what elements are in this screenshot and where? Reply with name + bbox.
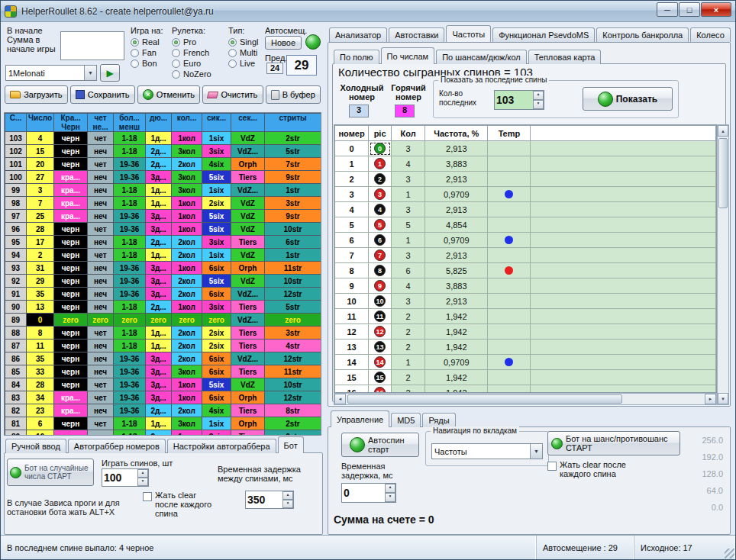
frequency-row[interactable]: 121221,942	[335, 324, 716, 340]
chevron-down-icon[interactable]: ▼	[84, 66, 96, 80]
frequency-row[interactable]: 8865,825	[335, 263, 716, 278]
left-bottom-tab[interactable]: Бот	[278, 436, 304, 453]
main-tab[interactable]: Функционал PsevdoMS	[492, 27, 595, 42]
frequency-row[interactable]: 3310,9709	[335, 187, 716, 202]
history-row[interactable]: 8533черннеч19-363д...3кол6sixTiers11str	[5, 365, 321, 378]
game-radio-real[interactable]: Real	[131, 37, 160, 47]
random-bot-start-button[interactable]: Бот на случайные числа СТАРТ	[7, 459, 94, 486]
history-row[interactable]: 9628чернчет19-363д...1кол5sixVdZ10str	[5, 223, 321, 236]
scroll-left-icon[interactable]: ◄	[334, 394, 346, 404]
frequency-row[interactable]: 161621,942	[335, 385, 716, 394]
history-row[interactable]: 987кра...неч1-181д...1кол2sixVdZ3str	[5, 197, 321, 210]
spinner-down-icon[interactable]: ▼	[385, 493, 395, 502]
profile-play-button[interactable]: ▶	[100, 64, 120, 82]
toolbar-save-button[interactable]: Сохранить	[70, 85, 135, 104]
history-row[interactable]: 8334кра...чет19-363д...1кол6sixOrph12str	[5, 391, 321, 404]
history-row[interactable]: 888чернчет1-181д...2кол2sixTiers3str	[5, 327, 321, 340]
history-row[interactable]: 10120чернчет19-362д...2кол4sixOrph7str	[5, 158, 321, 171]
scroll-down-icon[interactable]: ▼	[718, 393, 728, 404]
profile-combobox[interactable]: 1Melonati ▼	[5, 65, 97, 81]
right-clear-after-spin-checkbox[interactable]	[547, 462, 557, 471]
history-row[interactable]: 9331черннеч19-363д...1кол6sixOrph11str	[5, 262, 321, 275]
history-row[interactable]: 8223кра...неч19-362д...2кол4sixTiers8str	[5, 404, 321, 417]
autoshift-new-button[interactable]: Новое	[265, 36, 302, 50]
scroll-up-icon[interactable]: ▲	[718, 125, 728, 137]
vertical-scroll-thumb[interactable]	[718, 138, 728, 208]
frequency-row[interactable]: 111121,942	[335, 309, 716, 324]
sub-tab[interactable]: По полю	[334, 50, 379, 64]
left-clear-after-spin-checkbox[interactable]	[143, 492, 152, 501]
frequency-row[interactable]: 1143,883	[335, 156, 716, 172]
sub-tab[interactable]: По шансам/дюж/кол	[436, 50, 527, 64]
toolbar-eraser-button[interactable]: Очистить	[202, 85, 263, 104]
history-row[interactable]: 942чернчет1-181д...2кол1sixVdZ1str	[5, 249, 321, 262]
last-count-spinner[interactable]: 103 ▲▼	[494, 90, 544, 110]
horizontal-scrollbar[interactable]: ◄ ►	[334, 393, 717, 405]
game-radio-bon[interactable]: Bon	[131, 58, 160, 69]
roulette-radio-pro[interactable]: Pro	[172, 37, 211, 47]
main-tab[interactable]: Колесо	[690, 27, 731, 42]
frequency-row[interactable]: 141410,9709	[335, 355, 716, 370]
minimize-button[interactable]: ─	[657, 2, 678, 17]
history-row[interactable]: 8711черннеч1-181д...2кол2sixTiers4str	[5, 340, 321, 352]
scroll-right-icon[interactable]: ►	[705, 394, 716, 404]
roulette-radio-french[interactable]: French	[172, 47, 211, 58]
roulette-radio-euro[interactable]: Euro	[172, 58, 211, 69]
sub-tab[interactable]: По числам	[381, 47, 435, 64]
left-bottom-tab[interactable]: Настройки автограббера	[167, 439, 276, 453]
spinner-down-icon[interactable]: ▼	[137, 478, 148, 486]
frequency-row[interactable]: 5554,854	[335, 217, 716, 233]
roulette-radio-nozero[interactable]: NoZero	[172, 69, 211, 79]
history-row[interactable]: 9229черннеч19-363д...2кол5sixVdZ10str	[5, 275, 321, 288]
left-bottom-tab[interactable]: Автограббер номеров	[68, 439, 166, 453]
spinner-down-icon[interactable]: ▼	[282, 500, 293, 508]
frequency-row[interactable]: 4432,913	[335, 202, 716, 217]
spinner-up-icon[interactable]: ▲	[533, 91, 544, 100]
toolbar-clipboard-button[interactable]: В буфер	[266, 85, 321, 104]
history-row[interactable]: 9013черннеч1-182д...1кол3sixTiers5str	[5, 301, 321, 314]
frequency-row[interactable]: 9943,883	[335, 278, 716, 294]
control-tab[interactable]: Ряды	[422, 413, 455, 427]
history-row[interactable]: 816чернчет1-181д...3кол1sixOrph2str	[5, 417, 321, 430]
vertical-scrollbar[interactable]: ▲ ▼	[717, 124, 729, 405]
history-row[interactable]: 8635черннеч19-363д...2кол6sixVdZ...12str	[5, 352, 321, 365]
main-tab[interactable]: Автоставки	[389, 27, 444, 42]
type-radio-multi[interactable]: Multi	[228, 47, 258, 58]
resize-grip[interactable]	[725, 549, 734, 558]
frequency-row[interactable]: 7732,913	[335, 248, 716, 263]
play-spins-spinner[interactable]: 100 ▲▼	[102, 468, 149, 487]
left-bottom-tab[interactable]: Ручной ввод	[5, 439, 66, 453]
spinner-up-icon[interactable]: ▲	[385, 484, 395, 493]
game-radio-fan[interactable]: Fan	[131, 47, 160, 58]
spinner-up-icon[interactable]: ▲	[137, 469, 148, 478]
frequency-row[interactable]: 151521,942	[335, 370, 716, 385]
main-tab[interactable]: Частоты	[446, 25, 491, 42]
spinner-up-icon[interactable]: ▲	[282, 491, 293, 500]
toolbar-cancel-button[interactable]: ×Отменить	[137, 85, 201, 104]
frequency-row[interactable]: 0032,913	[335, 141, 716, 156]
history-row[interactable]: 9517черннеч1-182д...2кол3sixTiers6str	[5, 236, 321, 249]
type-radio-live[interactable]: Live	[228, 58, 258, 69]
type-radio-singl[interactable]: Singl	[228, 37, 258, 47]
main-tab[interactable]: Анализатор	[329, 27, 387, 42]
history-row[interactable]: 993кра...неч1-181д...3кол1sixVdZ...1str	[5, 184, 321, 197]
tab-navigation-combobox[interactable]: Частоты ▼	[431, 443, 543, 459]
maximize-button[interactable]: □	[679, 2, 700, 17]
control-tab[interactable]: MD5	[391, 413, 421, 427]
start-sum-input[interactable]	[60, 31, 124, 60]
history-row[interactable]: 8428чернчет19-363д...1кол5sixVdZ10str	[5, 378, 321, 391]
close-button[interactable]: ×	[701, 2, 731, 17]
main-tab[interactable]: Контроль банкролла	[596, 27, 689, 42]
control-tab[interactable]: Управление	[331, 410, 389, 427]
horizontal-scroll-thumb[interactable]	[347, 394, 622, 404]
frequency-row[interactable]: 2232,913	[335, 172, 716, 187]
history-row[interactable]: 8016кра...чет1-182д...1кол3sixTiers6str	[5, 430, 321, 436]
toolbar-folder-button[interactable]: Загрузить	[5, 85, 68, 104]
chance-bot-start-button[interactable]: Бот на шанс/противошанс СТАРТ	[547, 431, 680, 455]
history-row[interactable]: 1034чернчет1-181д...1кол1sixVdZ2str	[5, 132, 321, 145]
autospin-start-button[interactable]: Автоспин старт	[341, 433, 419, 457]
history-row[interactable]: 10027кра...неч19-363д...3кол5sixTiers9st…	[5, 171, 321, 184]
spinner-down-icon[interactable]: ▼	[533, 100, 544, 109]
frequency-row[interactable]: 131321,942	[335, 340, 716, 355]
history-row[interactable]: 9135черннеч19-363д...2кол6sixVdZ...12str	[5, 288, 321, 301]
